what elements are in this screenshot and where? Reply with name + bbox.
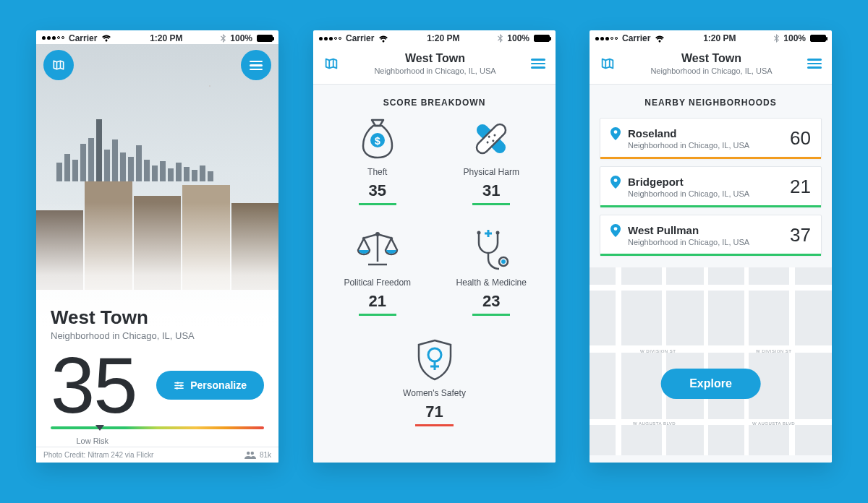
- battery-icon: [257, 35, 273, 42]
- svg-point-20: [614, 179, 618, 182]
- place-title: West Town: [51, 306, 264, 329]
- battery-icon: [810, 35, 826, 42]
- hero: West Town Neighborhood in Chicago, IL, U…: [36, 44, 278, 463]
- map-fold-icon: [51, 58, 66, 72]
- clock-label: 1:20 PM: [703, 33, 736, 43]
- nearby-body: NEARBY NEIGHBORHOODS Roseland Neighborho…: [590, 85, 832, 463]
- nearby-sub: Neighborhood in Chicago, IL, USA: [628, 189, 749, 198]
- carrier-label: Carrier: [346, 33, 374, 43]
- menu-button[interactable]: [807, 59, 822, 69]
- battery-pct-label: 100%: [230, 33, 252, 43]
- svg-point-3: [247, 452, 250, 455]
- header-title: West Town: [339, 52, 531, 65]
- statusbar: Carrier 1:20 PM 100%: [590, 30, 832, 45]
- section-title: SCORE BREAKDOWN: [313, 85, 556, 115]
- pin-icon: [610, 127, 621, 140]
- nearby-item[interactable]: Roseland Neighborhood in Chicago, IL, US…: [600, 118, 822, 159]
- clock-label: 1:20 PM: [427, 33, 459, 43]
- section-title: NEARBY NEIGHBORHOODS: [590, 85, 832, 115]
- metric-value: 71: [415, 403, 453, 426]
- metric-womens-safety[interactable]: Women's Safety 71: [403, 336, 466, 426]
- risk-gauge: Low Risk: [51, 426, 264, 445]
- road-label: W DIVISION ST: [640, 349, 676, 353]
- nearby-name: West Pullman: [628, 224, 749, 236]
- scores-body: SCORE BREAKDOWN $ Theft 35 Physical Harm…: [313, 85, 556, 463]
- app-logo-icon[interactable]: [323, 56, 339, 72]
- nearby-score: 37: [790, 224, 811, 246]
- map[interactable]: W DIVISION ST W DIVISION ST W AUGUSTA BL…: [590, 267, 832, 455]
- wifi-icon: [655, 35, 665, 43]
- place-subtitle: Neighborhood in Chicago, IL, USA: [51, 330, 264, 341]
- metric-value: 35: [359, 181, 396, 205]
- svg-point-4: [250, 452, 253, 455]
- hero-footer: Photo Credit: Nitram 242 via Flickr 81k: [36, 447, 278, 463]
- menu-button[interactable]: [241, 50, 271, 80]
- bluetooth-icon: [498, 34, 503, 43]
- signal-dots-icon: [595, 37, 618, 40]
- pin-icon: [610, 224, 621, 237]
- nearby-sub: Neighborhood in Chicago, IL, USA: [628, 238, 749, 246]
- battery-pct-label: 100%: [507, 33, 529, 43]
- app-logo-button[interactable]: [43, 50, 74, 80]
- gauge-indicator-icon: [95, 425, 104, 431]
- shield-female-icon: [411, 336, 459, 384]
- money-bag-icon: $: [354, 115, 401, 163]
- wifi-icon: [101, 34, 111, 42]
- nearby-sub: Neighborhood in Chicago, IL, USA: [628, 141, 749, 150]
- app-logo-icon[interactable]: [600, 56, 616, 72]
- metric-value: 31: [472, 181, 510, 205]
- header-subtitle: Neighborhood in Chicago, IL, USA: [616, 66, 807, 75]
- mockup-stage: Carrier 1:20 PM 100%: [0, 0, 868, 503]
- signal-dots-icon: [42, 36, 64, 40]
- wifi-icon: [378, 35, 388, 43]
- svg-point-16: [477, 231, 481, 235]
- statusbar: Carrier 1:20 PM 100%: [36, 30, 278, 44]
- app-header: West Town Neighborhood in Chicago, IL, U…: [313, 45, 556, 85]
- statusbar: Carrier 1:20 PM 100%: [313, 30, 556, 45]
- phone-nearby: Carrier 1:20 PM 100% West Town Neighborh…: [590, 30, 832, 463]
- metric-physical-harm[interactable]: Physical Harm 31: [435, 115, 549, 205]
- carrier-label: Carrier: [69, 33, 97, 43]
- svg-point-15: [501, 259, 506, 264]
- header-subtitle: Neighborhood in Chicago, IL, USA: [339, 66, 531, 75]
- svg-point-21: [614, 227, 618, 231]
- signal-dots-icon: [319, 37, 341, 40]
- nearby-list: Roseland Neighborhood in Chicago, IL, US…: [590, 115, 832, 267]
- battery-icon: [534, 35, 550, 42]
- phone-scores: Carrier 1:20 PM 100% West Town Neighborh…: [313, 30, 556, 463]
- nearby-item[interactable]: West Pullman Neighborhood in Chicago, IL…: [600, 215, 822, 256]
- menu-button[interactable]: [531, 59, 545, 69]
- svg-point-0: [176, 382, 179, 384]
- nearby-item[interactable]: Bridgeport Neighborhood in Chicago, IL, …: [600, 166, 822, 207]
- svg-point-18: [428, 348, 441, 361]
- metric-theft[interactable]: $ Theft 35: [320, 115, 435, 205]
- explore-label: Explore: [689, 377, 732, 390]
- personalize-button[interactable]: Personalize: [156, 371, 264, 400]
- personalize-label: Personalize: [190, 379, 247, 391]
- metric-value: 23: [472, 292, 510, 316]
- hero-body: West Town Neighborhood in Chicago, IL, U…: [51, 306, 264, 445]
- overall-score: 35: [51, 345, 136, 425]
- svg-point-19: [614, 130, 618, 134]
- nearby-score: 60: [790, 127, 811, 150]
- score-bar: [600, 254, 821, 256]
- clock-label: 1:20 PM: [150, 33, 182, 43]
- photo-credit: Photo Credit: Nitram 242 via Flickr: [43, 451, 153, 459]
- battery-pct-label: 100%: [783, 33, 806, 43]
- explore-button[interactable]: Explore: [660, 369, 761, 399]
- nearby-score: 21: [790, 176, 811, 198]
- metric-health-medicine[interactable]: Health & Medicine 23: [435, 225, 549, 316]
- svg-text:$: $: [375, 135, 380, 147]
- nearby-name: Roseland: [628, 127, 749, 139]
- hamburger-icon: [250, 61, 263, 71]
- metric-label: Physical Harm: [464, 167, 519, 177]
- scales-icon: [354, 225, 401, 273]
- carrier-label: Carrier: [622, 33, 650, 43]
- bandage-icon: [467, 115, 515, 163]
- svg-point-2: [176, 387, 178, 389]
- svg-point-13: [375, 232, 380, 236]
- header-title: West Town: [616, 52, 807, 65]
- metric-political-freedom[interactable]: Political Freedom 21: [320, 225, 435, 316]
- road-label: W AUGUSTA BLVD: [752, 421, 795, 426]
- score-bar: [600, 157, 821, 159]
